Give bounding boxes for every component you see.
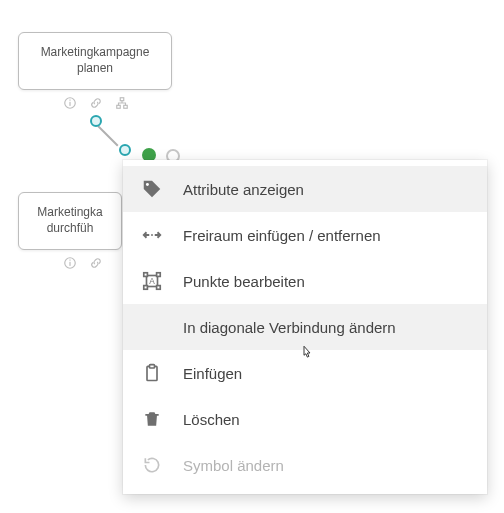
tag-icon <box>141 178 163 200</box>
menu-item-change-symbol: Symbol ändern <box>123 442 487 488</box>
svg-text:A: A <box>149 277 155 286</box>
context-menu: Attribute anzeigen Freiraum einfügen / e… <box>123 160 487 494</box>
menu-item-label: Attribute anzeigen <box>183 181 304 198</box>
menu-item-label: Punkte bearbeiten <box>183 273 305 290</box>
menu-item-label: In diagonale Verbindung ändern <box>183 319 396 336</box>
menu-item-delete[interactable]: Löschen <box>123 396 487 442</box>
svg-rect-1 <box>69 102 70 106</box>
connection-edge[interactable] <box>97 125 118 146</box>
svg-point-9 <box>146 183 149 186</box>
svg-rect-8 <box>69 260 70 261</box>
connection-handle-start[interactable] <box>90 115 102 127</box>
node-exec-campaign[interactable]: Marketingka durchfüh <box>18 192 122 250</box>
node-label: Marketingka durchfüh <box>23 205 117 236</box>
menu-item-diagonal[interactable]: In diagonale Verbindung ändern <box>123 304 487 350</box>
svg-rect-3 <box>120 98 124 101</box>
edit-points-icon: A <box>141 270 163 292</box>
link-icon[interactable] <box>89 96 103 110</box>
svg-rect-4 <box>117 105 121 108</box>
node-tools-row <box>63 256 103 270</box>
expand-horizontal-icon <box>141 224 163 246</box>
clipboard-icon <box>141 362 163 384</box>
menu-item-freespace[interactable]: Freiraum einfügen / entfernen <box>123 212 487 258</box>
menu-item-label: Freiraum einfügen / entfernen <box>183 227 381 244</box>
menu-item-attributes[interactable]: Attribute anzeigen <box>123 166 487 212</box>
svg-rect-2 <box>69 100 70 101</box>
svg-rect-18 <box>150 365 155 368</box>
connection-handle-end[interactable] <box>119 144 131 156</box>
blank-icon <box>141 316 163 338</box>
svg-rect-13 <box>157 273 161 277</box>
info-icon[interactable] <box>63 256 77 270</box>
menu-item-label: Löschen <box>183 411 240 428</box>
svg-point-10 <box>151 234 153 236</box>
menu-item-label: Symbol ändern <box>183 457 284 474</box>
svg-rect-5 <box>124 105 128 108</box>
link-icon[interactable] <box>89 256 103 270</box>
menu-item-paste[interactable]: Einfügen <box>123 350 487 396</box>
svg-rect-12 <box>144 273 148 277</box>
menu-item-edit-points[interactable]: A Punkte bearbeiten <box>123 258 487 304</box>
trash-icon <box>141 408 163 430</box>
node-plan-campaign[interactable]: Marketingkampagne planen <box>18 32 172 90</box>
hierarchy-icon[interactable] <box>115 96 129 110</box>
node-label: Marketingkampagne planen <box>23 45 167 76</box>
svg-rect-14 <box>144 286 148 290</box>
node-tools-row <box>63 96 129 110</box>
svg-rect-7 <box>69 262 70 266</box>
svg-rect-15 <box>157 286 161 290</box>
menu-item-label: Einfügen <box>183 365 242 382</box>
diagram-canvas[interactable]: Marketingkampagne planen Marketingka dur… <box>0 0 504 513</box>
undo-icon <box>141 454 163 476</box>
info-icon[interactable] <box>63 96 77 110</box>
